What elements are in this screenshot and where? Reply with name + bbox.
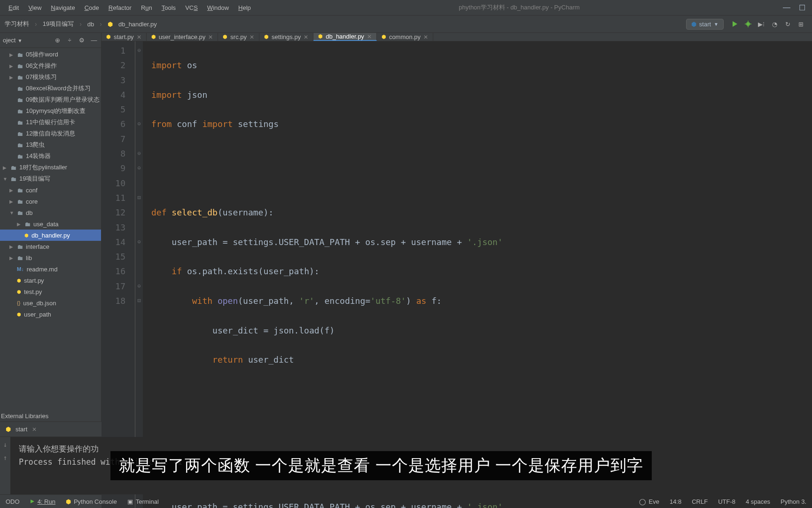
tree-item-18pyiinstaller[interactable]: ▶🖿18打包pyiinstaller xyxy=(0,162,101,173)
python-file-icon: ⬢ xyxy=(17,312,21,317)
tree-item-db_handlerpy[interactable]: ⬢db_handler.py xyxy=(0,230,101,241)
run-tool[interactable]: 4: Run xyxy=(30,498,55,505)
project-panel-label[interactable]: oject▼ xyxy=(2,37,50,44)
tree-item-09[interactable]: 🖿09数据库判断用户登录状态 xyxy=(0,94,101,105)
tree-item-db[interactable]: ▼🖿db xyxy=(0,207,101,218)
close-icon[interactable]: ✕ xyxy=(208,34,213,40)
menu-view[interactable]: View xyxy=(23,4,46,11)
todo-tool[interactable]: ODO xyxy=(6,498,20,505)
tree-item-05word[interactable]: ▶🖿05操作word xyxy=(0,49,101,60)
maximize-icon[interactable]: ☐ xyxy=(799,3,805,12)
tree-item-06[interactable]: ▶🖿06文件操作 xyxy=(0,60,101,71)
menu-help[interactable]: Help xyxy=(234,4,256,11)
gear-icon[interactable]: ⚙ xyxy=(77,35,87,46)
menu-refactor[interactable]: Refactor xyxy=(104,4,136,11)
tab-srcpy[interactable]: ⬢src.py✕ xyxy=(218,33,259,41)
tree-item-conf[interactable]: ▶🖿conf xyxy=(0,184,101,196)
python-icon: ⬢ xyxy=(6,426,11,433)
stop-icon[interactable]: ↑ xyxy=(3,454,7,461)
menu-run[interactable]: Run xyxy=(136,4,157,11)
navigation-toolbar: 学习材料 › 19项目编写 › db › ⬢ db_handler.py ⬢ s… xyxy=(0,16,812,33)
tree-item-13[interactable]: 🖿13爬虫 xyxy=(0,139,101,151)
tab-user_interfacepy[interactable]: ⬢user_interface.py✕ xyxy=(147,33,219,41)
tree-external-libs[interactable]: External Libraries xyxy=(0,410,101,421)
menu-tools[interactable]: Tools xyxy=(157,4,180,11)
tree-item-interface[interactable]: ▶🖿interface xyxy=(0,241,101,252)
tree-item-label: readme.md xyxy=(27,266,58,273)
tab-startpy[interactable]: ⬢start.py✕ xyxy=(102,33,147,41)
tree-item-label: 11中信银行信用卡 xyxy=(26,118,75,127)
menu-edit[interactable]: Edit xyxy=(4,4,23,11)
breadcrumb-project[interactable]: 19项目编写 xyxy=(43,20,74,28)
close-icon[interactable]: ✕ xyxy=(137,34,141,40)
breadcrumb-file[interactable]: db_handler.py xyxy=(118,21,157,28)
folder-icon: 🖿 xyxy=(17,153,23,160)
python-interpreter[interactable]: Python 3. xyxy=(781,498,806,505)
close-icon[interactable]: ✕ xyxy=(367,33,372,40)
indent-info[interactable]: 4 spaces xyxy=(746,498,770,505)
hide-icon[interactable]: — xyxy=(89,35,99,46)
tab-db_handlerpy[interactable]: ⬢db_handler.py✕ xyxy=(313,33,377,41)
tab-settingspy[interactable]: ⬢settings.py✕ xyxy=(259,33,313,41)
search-everywhere-icon[interactable]: ⊞ xyxy=(796,19,806,29)
tree-item-11[interactable]: 🖿11中信银行信用卡 xyxy=(0,117,101,128)
window-controls: — ☐ xyxy=(783,3,808,12)
reload-icon[interactable]: ↻ xyxy=(782,19,793,29)
event-log-tool[interactable]: ◯ Eve xyxy=(639,498,659,505)
python-console-tool[interactable]: ⬢Python Console xyxy=(66,498,117,505)
tree-item-07[interactable]: ▶🖿07模块练习 xyxy=(0,71,101,83)
menu-window[interactable]: Window xyxy=(203,4,234,11)
tree-item-testpy[interactable]: ⬢test.py xyxy=(0,286,101,297)
menu-navigate[interactable]: Navigate xyxy=(46,4,79,11)
target-icon[interactable]: ⊕ xyxy=(52,35,62,46)
close-icon[interactable]: ✕ xyxy=(423,34,428,40)
tab-commonpy[interactable]: ⬢common.py✕ xyxy=(377,33,433,41)
close-icon[interactable]: ✕ xyxy=(250,34,254,40)
tab-label: settings.py xyxy=(272,33,301,40)
menu-vcs[interactable]: VCS xyxy=(180,4,203,11)
tree-item-14[interactable]: 🖿14装饰器 xyxy=(0,151,101,162)
debug-button[interactable] xyxy=(743,19,753,29)
line-number: 5 xyxy=(102,102,125,117)
menu-code[interactable]: Code xyxy=(80,4,104,11)
tree-item-lib[interactable]: ▶🖿lib xyxy=(0,252,101,263)
tree-item-use_data[interactable]: ▶🖿use_data xyxy=(0,218,101,230)
line-number: 6 xyxy=(102,117,125,131)
breadcrumb-folder[interactable]: db xyxy=(87,21,94,28)
close-icon[interactable]: ✕ xyxy=(304,34,308,40)
close-icon[interactable]: ✕ xyxy=(32,426,37,433)
folder-icon: 🖿 xyxy=(17,130,23,137)
tree-item-12[interactable]: 🖿12微信自动发消息 xyxy=(0,128,101,139)
project-tree[interactable]: ▶🖿05操作word▶🖿06文件操作▶🖿07模块练习🖿08excel和word合… xyxy=(0,48,101,410)
terminal-tool[interactable]: ▣Terminal xyxy=(127,498,159,505)
chevron-right-icon: › xyxy=(100,20,102,28)
minimize-icon[interactable]: — xyxy=(783,3,790,12)
python-file-icon: ⬢ xyxy=(223,34,227,40)
coverage-button[interactable]: ▶⁝ xyxy=(756,19,766,29)
profile-button[interactable]: ◔ xyxy=(769,19,780,29)
tree-item-user_path[interactable]: ⬢user_path xyxy=(0,309,101,320)
run-panel-label[interactable]: start xyxy=(16,426,27,433)
editor-tabs: ⬢start.py✕⬢user_interface.py✕⬢src.py✕⬢se… xyxy=(102,33,812,41)
tree-item-startpy[interactable]: ⬢start.py xyxy=(0,275,101,286)
tree-item-19[interactable]: ▼🖿19项目编写 xyxy=(0,173,101,184)
collapse-icon[interactable]: ÷ xyxy=(64,35,75,46)
breadcrumb-root[interactable]: 学习材料 xyxy=(5,20,29,28)
tree-item-label: 08excel和word合并练习 xyxy=(26,84,91,93)
json-file-icon: {} xyxy=(17,300,20,306)
tree-item-readmemd[interactable]: M↓readme.md xyxy=(0,263,101,275)
run-button[interactable] xyxy=(730,19,740,29)
tree-item-10pymysql[interactable]: 🖿10pymysql的增删改查 xyxy=(0,105,101,117)
run-configuration-selector[interactable]: ⬢ start ▼ xyxy=(686,19,724,30)
rerun-icon[interactable]: ↓ xyxy=(3,441,7,448)
line-separator[interactable]: CRLF xyxy=(692,498,708,505)
python-file-icon: ⬢ xyxy=(318,33,323,40)
run-config-name: start xyxy=(699,21,711,28)
file-encoding[interactable]: UTF-8 xyxy=(718,498,735,505)
tree-item-core[interactable]: ▶🖿core xyxy=(0,196,101,207)
run-console[interactable]: ↓ ↑ 请输入你想要操作的功 Process finished with exi… xyxy=(0,437,812,494)
cursor-position[interactable]: 14:8 xyxy=(670,498,681,505)
tree-item-use_dbjson[interactable]: {}use_db.json xyxy=(0,297,101,309)
tree-item-08excelword[interactable]: 🖿08excel和word合并练习 xyxy=(0,83,101,94)
folder-icon: 🖿 xyxy=(10,164,16,171)
